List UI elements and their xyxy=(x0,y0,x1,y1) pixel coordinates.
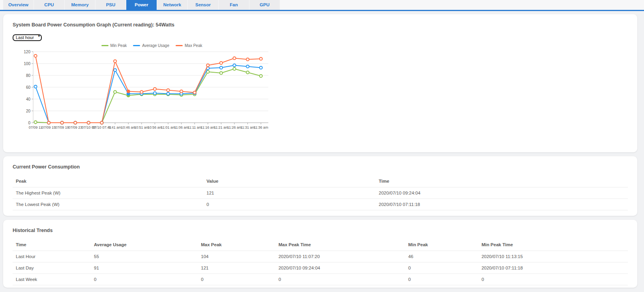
power-consumption-line-chart: 02040608010012007/09 1107/09 1507/09 190… xyxy=(13,48,275,135)
max-peak-time-cell: 2020/07/10 09:24:04 xyxy=(275,266,405,270)
historical-trends-title: Historical Trends xyxy=(13,228,628,233)
table-row: Last Hour 55 104 2020/07/10 11:07:20 46 … xyxy=(13,251,628,262)
svg-text:120: 120 xyxy=(24,50,30,54)
svg-text:11:06 am: 11:06 am xyxy=(174,125,189,129)
svg-text:20: 20 xyxy=(26,109,31,113)
min-peak-cell: 0 xyxy=(405,266,479,270)
chart-legend: Min Peak Average Usage Max Peak xyxy=(28,43,275,48)
current-power-table: Peak Value Time The Highest Peak (W) 121… xyxy=(13,175,628,210)
legend-item-max-peak: Max Peak xyxy=(176,43,202,48)
svg-text:80: 80 xyxy=(26,73,31,78)
svg-text:11:16 am: 11:16 am xyxy=(200,125,215,129)
tab-sensor[interactable]: Sensor xyxy=(188,0,218,10)
col-time: Time xyxy=(13,242,91,247)
table-row: Last Day 91 121 2020/07/10 09:24:04 0 20… xyxy=(13,262,628,274)
col-max-peak: Max Peak xyxy=(198,242,275,247)
tab-bar: Overview CPU Memory PSU Power Network Se… xyxy=(0,0,644,11)
col-value: Value xyxy=(203,179,376,183)
time-cell: Last Hour xyxy=(13,254,91,259)
col-peak: Peak xyxy=(13,179,203,183)
col-min-peak-time: Min Peak Time xyxy=(478,242,628,247)
value-cell: 121 xyxy=(203,191,376,195)
col-min-peak: Min Peak xyxy=(405,242,479,247)
power-graph-panel: System Board Power Consumption Graph (Cu… xyxy=(3,14,637,152)
power-chart-block: Min Peak Average Usage Max Peak 02040608… xyxy=(13,43,275,137)
max-peak-time-cell: 0 xyxy=(275,277,405,282)
svg-text:07/09 19: 07/09 19 xyxy=(55,125,69,129)
value-cell: 0 xyxy=(203,202,376,207)
time-cell: 2020/07/10 09:24:04 xyxy=(376,191,628,195)
min-peak-cell: 0 xyxy=(405,277,479,282)
max-peak-time-cell: 2020/07/10 11:07:20 xyxy=(275,254,405,259)
svg-text:100: 100 xyxy=(24,62,30,66)
max-peak-cell: 121 xyxy=(198,266,275,270)
table-row: The Lowest Peak (W) 0 2020/07/10 07:11:1… xyxy=(13,199,628,210)
time-range-select-wrap: Last hour ▾ xyxy=(13,34,42,41)
legend-label: Max Peak xyxy=(185,43,202,48)
table-header-row: Time Average Usage Max Peak Max Peak Tim… xyxy=(13,239,628,251)
legend-label: Average Usage xyxy=(142,43,169,48)
min-peak-swatch xyxy=(101,45,109,46)
average-usage-swatch xyxy=(133,45,140,46)
table-header-row: Peak Value Time xyxy=(13,175,628,187)
svg-text:0: 0 xyxy=(28,121,30,125)
tab-gpu[interactable]: GPU xyxy=(249,0,280,10)
svg-text:11:21 am: 11:21 am xyxy=(214,125,228,129)
current-power-panel: Current Power Consumption Peak Value Tim… xyxy=(3,156,637,216)
time-cell: Last Week xyxy=(13,277,91,282)
average-usage-cell: 0 xyxy=(91,277,198,282)
svg-text:07/09 23: 07/09 23 xyxy=(68,125,82,129)
svg-text:11:01 am: 11:01 am xyxy=(161,125,176,129)
col-average-usage: Average Usage xyxy=(91,242,198,247)
time-range-select[interactable]: Last hour xyxy=(13,34,42,41)
average-usage-cell: 91 xyxy=(91,266,198,270)
power-graph-title: System Board Power Consumption Graph (Cu… xyxy=(13,22,628,28)
col-max-peak-time: Max Peak Time xyxy=(275,242,405,247)
tab-network[interactable]: Network xyxy=(157,0,187,10)
time-cell: 2020/07/10 07:11:18 xyxy=(376,202,628,207)
svg-text:60: 60 xyxy=(26,85,31,90)
svg-text:11:31 am: 11:31 am xyxy=(240,125,255,129)
col-time: Time xyxy=(376,179,628,183)
tab-overview[interactable]: Overview xyxy=(3,0,34,10)
table-row: Last Week 0 0 0 0 0 xyxy=(13,274,628,285)
svg-text:11:26 am: 11:26 am xyxy=(227,125,242,129)
tab-memory[interactable]: Memory xyxy=(65,0,95,10)
table-row: The Highest Peak (W) 121 2020/07/10 09:2… xyxy=(13,187,628,199)
max-peak-cell: 0 xyxy=(198,277,275,282)
svg-text:10:51 am: 10:51 am xyxy=(134,125,149,129)
max-peak-cell: 104 xyxy=(198,254,275,259)
svg-text:07/09 15: 07/09 15 xyxy=(42,125,56,129)
svg-text:11:11 am: 11:11 am xyxy=(187,125,202,129)
time-cell: Last Day xyxy=(13,266,91,270)
min-peak-time-cell: 2020/07/10 07:11:18 xyxy=(478,266,628,270)
min-peak-time-cell: 0 xyxy=(478,277,628,282)
peak-cell: The Lowest Peak (W) xyxy=(13,202,203,207)
svg-text:07/09 11: 07/09 11 xyxy=(29,125,42,129)
peak-cell: The Highest Peak (W) xyxy=(13,191,203,195)
svg-text:40: 40 xyxy=(26,97,31,101)
min-peak-cell: 46 xyxy=(405,254,479,259)
historical-trends-table: Time Average Usage Max Peak Max Peak Tim… xyxy=(13,239,628,285)
svg-text:9:41 am: 9:41 am xyxy=(109,125,122,129)
legend-item-min-peak: Min Peak xyxy=(101,43,127,48)
max-peak-swatch xyxy=(176,45,183,46)
average-usage-cell: 55 xyxy=(91,254,198,259)
svg-text:10:46 am: 10:46 am xyxy=(121,125,136,129)
legend-item-average-usage: Average Usage xyxy=(133,43,169,48)
historical-trends-panel: Historical Trends Time Average Usage Max… xyxy=(3,220,637,288)
min-peak-time-cell: 2020/07/10 11:13:15 xyxy=(478,254,628,259)
tab-fan[interactable]: Fan xyxy=(219,0,249,10)
legend-label: Min Peak xyxy=(110,43,127,48)
tab-cpu[interactable]: CPU xyxy=(34,0,64,10)
svg-text:10:56 am: 10:56 am xyxy=(148,125,163,129)
tab-psu[interactable]: PSU xyxy=(95,0,126,10)
current-power-title: Current Power Consumption xyxy=(13,164,628,170)
svg-text:11:36 am: 11:36 am xyxy=(254,125,268,129)
tab-power[interactable]: Power xyxy=(126,0,157,10)
